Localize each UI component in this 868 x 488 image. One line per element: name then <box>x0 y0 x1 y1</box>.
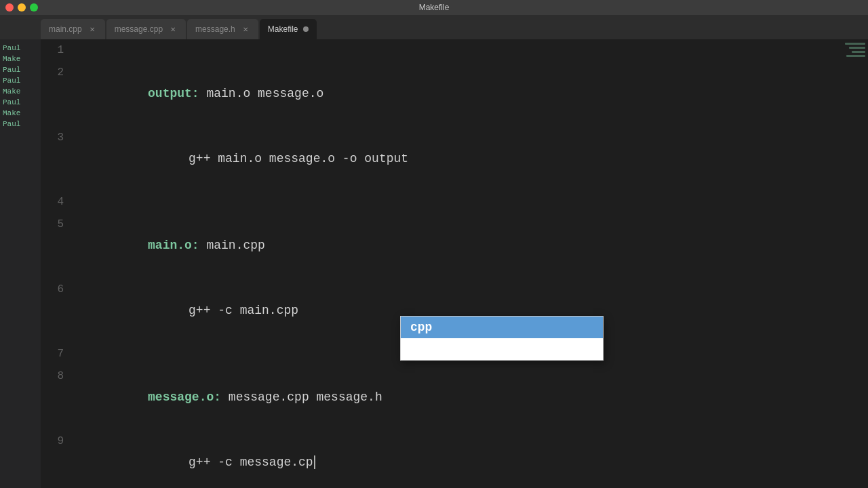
line-content: g++ main.o message.o -o output <box>75 126 841 191</box>
target-keyword: message.o: <box>148 390 221 404</box>
cmd-text: g++ -c main.cpp <box>189 304 298 317</box>
dep-text: main.o message.o <box>199 87 324 100</box>
line-content: g++ -c message.cp <box>75 430 841 488</box>
target-keyword: main.o: <box>148 239 199 252</box>
line-2: 2 output: main.o message.o <box>41 61 841 126</box>
minimize-button[interactable] <box>18 3 26 12</box>
sidebar-item: Paul <box>0 119 41 129</box>
line-number: 9 <box>41 430 75 452</box>
close-button[interactable] <box>5 3 14 12</box>
tab-label: main.cpp <box>49 24 82 34</box>
tab-makefile[interactable]: Makefile <box>260 19 317 39</box>
line-4: 4 <box>41 191 841 213</box>
dep-text: message.cpp message.h <box>221 390 382 404</box>
line-content: main.o: main.cpp <box>75 213 841 278</box>
sidebar-item: Make <box>0 86 41 97</box>
tab-label: message.cpp <box>115 24 163 34</box>
minimap-line <box>852 51 865 53</box>
tab-main-cpp[interactable]: main.cpp ✕ <box>41 19 105 39</box>
line-number: 1 <box>41 39 75 61</box>
autocomplete-dropdown[interactable]: cpp <box>400 316 604 361</box>
editor[interactable]: 1 2 output: main.o message.o 3 g++ main.… <box>41 39 841 488</box>
line-number: 5 <box>41 214 75 235</box>
minimap-line <box>845 43 865 45</box>
window-title: Makefile <box>419 3 450 12</box>
line-1: 1 <box>41 39 841 61</box>
sidebar-item: Paul <box>0 64 41 75</box>
line-8: 8 message.o: message.cpp message.h <box>41 365 841 430</box>
minimap <box>841 39 868 488</box>
line-3: 3 g++ main.o message.o -o output <box>41 126 841 191</box>
line-number: 2 <box>41 62 75 83</box>
autocomplete-item-empty <box>401 338 603 360</box>
sidebar-item: Paul <box>0 75 41 86</box>
sidebar-item: Paul <box>0 97 41 108</box>
line-number: 4 <box>41 191 75 213</box>
left-sidebar: Paul Make Paul Paul Make Paul Make Paul <box>0 39 41 488</box>
line-9: 9 g++ -c message.cp <box>41 430 841 488</box>
tab-close-icon[interactable]: ✕ <box>87 24 97 34</box>
line-content: message.o: message.cpp message.h <box>75 365 841 430</box>
editor-container: Paul Make Paul Paul Make Paul Make Paul … <box>0 39 868 488</box>
cmd-text: g++ -c message.cp <box>189 455 313 469</box>
autocomplete-item-cpp[interactable]: cpp <box>401 317 603 338</box>
line-5: 5 main.o: main.cpp <box>41 213 841 278</box>
text-cursor <box>314 455 315 469</box>
cmd-text: g++ main.o message.o -o output <box>189 152 408 165</box>
maximize-button[interactable] <box>30 3 38 12</box>
autocomplete-label: cpp <box>410 321 432 334</box>
tab-label: Makefile <box>268 24 298 34</box>
title-bar: Makefile <box>0 0 868 15</box>
sidebar-item: Paul <box>0 43 41 54</box>
minimap-line <box>846 55 865 57</box>
tab-close-icon[interactable]: ✕ <box>168 24 178 34</box>
sidebar-item: Make <box>0 54 41 64</box>
line-number: 3 <box>41 127 75 148</box>
sidebar-item: Make <box>0 108 41 119</box>
window-controls <box>5 3 38 12</box>
code-area: 1 2 output: main.o message.o 3 g++ main.… <box>41 39 841 488</box>
dep-text: main.cpp <box>199 239 265 252</box>
tab-close-icon[interactable]: ✕ <box>241 24 250 34</box>
line-content: output: main.o message.o <box>75 61 841 126</box>
line-number: 6 <box>41 279 75 300</box>
tab-message-cpp[interactable]: message.cpp ✕ <box>106 19 186 39</box>
tab-bar: main.cpp ✕ message.cpp ✕ message.h ✕ Mak… <box>0 15 868 39</box>
tab-message-h[interactable]: message.h ✕ <box>187 19 258 39</box>
minimap-line <box>849 47 865 49</box>
target-keyword: output: <box>148 87 199 100</box>
line-number: 7 <box>41 343 75 365</box>
line-number: 8 <box>41 365 75 387</box>
tab-label: message.h <box>195 24 235 34</box>
unsaved-indicator <box>303 26 309 32</box>
